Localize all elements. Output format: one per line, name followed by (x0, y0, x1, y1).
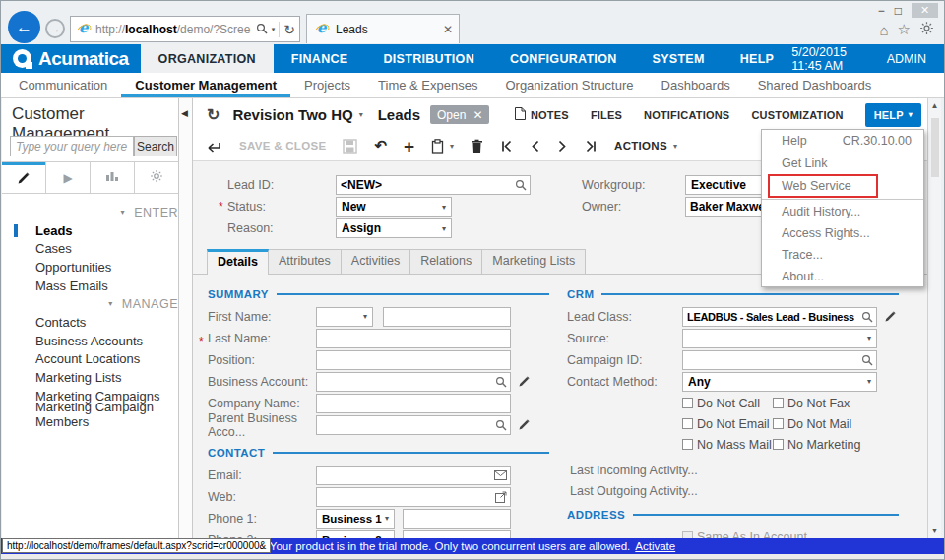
reason-select[interactable]: Assign ▾ (336, 218, 452, 238)
nav-item-finance[interactable]: FINANCE (274, 44, 366, 73)
web-link-icon[interactable] (495, 491, 507, 503)
module-tab-shared-dashboards[interactable]: Shared Dashboards (744, 73, 886, 97)
email-input[interactable] (317, 467, 494, 484)
nav-item-organization[interactable]: ORGANIZATION (141, 44, 274, 73)
position-field[interactable] (316, 350, 511, 370)
checkbox-icon[interactable] (773, 418, 784, 429)
sidebar-item-marketing-lists[interactable]: Marketing Lists (2, 368, 178, 387)
nav-prev-button[interactable] (530, 140, 540, 153)
envelope-icon[interactable] (494, 470, 507, 480)
web-input[interactable] (317, 488, 495, 506)
scroll-up-icon[interactable]: ▲ (931, 101, 939, 110)
web-field[interactable] (316, 487, 511, 507)
first-name-field[interactable] (383, 307, 511, 327)
phone1-field[interactable] (403, 509, 511, 529)
chevron-down-icon[interactable]: ▾ (272, 26, 276, 33)
home-icon[interactable]: ⌂ (879, 22, 888, 38)
lead-class-input[interactable] (683, 308, 861, 326)
address-bar[interactable]: http://localhost/demo/?ScreenId=CR301000… (70, 16, 300, 42)
company-name-field[interactable] (316, 394, 511, 413)
phone2-input[interactable] (404, 531, 510, 539)
sidebar-item-mass-emails[interactable]: Mass Emails (2, 277, 178, 295)
menu-item-access-rights[interactable]: Access Rights... (762, 222, 923, 244)
back-button[interactable] (207, 140, 222, 153)
sidebar-item-leads[interactable]: Leads (2, 221, 178, 240)
checkbox-icon[interactable] (682, 418, 693, 429)
checkbox-icon[interactable] (773, 398, 784, 408)
first-name-input[interactable] (384, 308, 510, 326)
menu-item-trace[interactable]: Trace... (762, 244, 923, 266)
last-name-field[interactable] (316, 329, 511, 348)
checkbox-icon[interactable] (682, 439, 693, 450)
module-tab-customer-management[interactable]: Customer Management (121, 73, 290, 97)
refresh-icon[interactable]: ↻ (284, 22, 295, 37)
phone1-type-select[interactable]: Business 1▾ (316, 509, 395, 529)
magnifier-icon[interactable] (515, 179, 527, 191)
phone2-field[interactable] (403, 530, 511, 539)
refresh-icon[interactable]: ↻ (207, 105, 220, 124)
checkbox-icon[interactable] (682, 398, 693, 408)
search-icon[interactable] (256, 21, 268, 38)
nav-item-distribution[interactable]: DISTRIBUTION (365, 44, 492, 73)
sidebar-item-cases[interactable]: Cases (2, 240, 178, 259)
module-tab-dashboards[interactable]: Dashboards (648, 73, 744, 97)
tree-group-manage[interactable]: ▾MANAGE (2, 294, 178, 313)
business-account-input[interactable] (317, 373, 495, 391)
position-input[interactable] (317, 351, 510, 369)
tab-relations[interactable]: Relations (410, 249, 482, 274)
parent-business-account-input[interactable] (317, 416, 495, 434)
maximize-button[interactable]: □ (895, 4, 902, 18)
notes-button[interactable]: NOTES (515, 107, 569, 122)
favorites-star-icon[interactable]: ☆ (898, 21, 911, 38)
nav-item-help[interactable]: HELP (723, 44, 792, 73)
customization-button[interactable]: CUSTOMIZATION (751, 109, 843, 121)
status-select[interactable]: New ▾ (336, 197, 452, 217)
user-menu[interactable]: ADMIN (887, 52, 926, 66)
save-close-button[interactable]: SAVE & CLOSE (239, 140, 326, 152)
edit-pencil-icon[interactable] (884, 310, 897, 323)
vertical-scrollbar[interactable]: ▲ ▼ (927, 98, 941, 538)
tab-marketing-lists[interactable]: Marketing Lists (481, 249, 586, 274)
acumatica-brand[interactable]: Acumatica (1, 44, 141, 73)
magnifier-icon[interactable] (495, 376, 507, 388)
sidebar-item-marketing-campaign-members[interactable]: Marketing Campaign Members (2, 404, 178, 423)
sidebar-tab-processes[interactable]: ▶ (45, 162, 90, 193)
tab-activities[interactable]: Activities (341, 249, 410, 274)
company-name-input[interactable] (317, 395, 510, 412)
checkbox-icon[interactable] (682, 531, 693, 538)
phone2-type-select[interactable]: Business 2▾ (316, 530, 395, 539)
sidebar-item-account-locations[interactable]: Account Locations (2, 350, 178, 369)
contact-method-select[interactable]: Any▾ (682, 372, 877, 392)
browser-back-button[interactable]: ← (8, 11, 40, 43)
minimize-button[interactable]: − (878, 4, 885, 18)
magnifier-icon[interactable] (861, 311, 873, 323)
sidebar-item-opportunities[interactable]: Opportunities (2, 258, 178, 277)
settings-gear-icon[interactable] (919, 21, 934, 38)
checkbox-icon[interactable] (773, 439, 784, 450)
edit-pencil-icon[interactable] (518, 375, 531, 388)
tree-group-enter[interactable]: ▾ENTER (2, 203, 178, 221)
module-tab-projects[interactable]: Projects (290, 73, 364, 97)
notifications-button[interactable]: NOTIFICATIONS (644, 109, 729, 121)
last-name-input[interactable] (317, 330, 510, 347)
sidebar-tab-dataentry[interactable] (2, 162, 45, 193)
scrollbar-thumb[interactable] (931, 118, 939, 177)
title-select[interactable]: ▾ (316, 307, 373, 327)
lead-id-input[interactable] (337, 176, 515, 194)
tab-details[interactable]: Details (207, 249, 269, 275)
magnifier-icon[interactable] (495, 419, 507, 431)
branch-selector[interactable]: Revision Two HQ (232, 106, 352, 123)
menu-item-about[interactable]: About... (762, 266, 923, 287)
sidebar-tab-setup[interactable] (134, 162, 178, 193)
source-select[interactable]: ▾ (682, 329, 877, 348)
browser-forward-button[interactable]: → (45, 19, 65, 38)
add-new-button[interactable]: + (404, 137, 414, 156)
module-tab-time-expenses[interactable]: Time & Expenses (364, 73, 491, 97)
business-account-field[interactable] (316, 372, 511, 392)
scroll-down-icon[interactable]: ▼ (931, 527, 939, 535)
lead-id-field[interactable] (336, 175, 531, 195)
browser-tab[interactable]: Leads ✕ (306, 14, 460, 43)
sidebar-search-button[interactable]: Search (134, 136, 177, 156)
sidebar-collapse-strip[interactable]: ◀ (178, 98, 193, 538)
sidebar-item-business-accounts[interactable]: Business Accounts (2, 332, 178, 350)
